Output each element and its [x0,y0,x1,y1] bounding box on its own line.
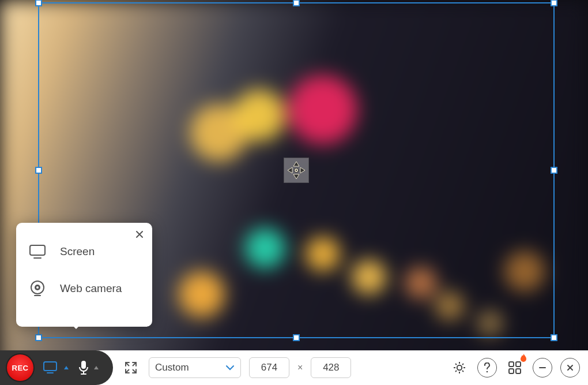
svg-marker-1 [293,174,299,179]
resize-handle-bottom[interactable] [293,334,300,341]
width-input[interactable]: 674 [249,357,289,378]
size-preset-value: Custom [155,362,220,373]
height-value: 428 [323,362,339,373]
minus-icon [538,364,546,372]
width-value: 674 [261,362,277,373]
source-option-webcam[interactable]: Web camera [27,270,142,307]
source-option-label: Screen [60,245,95,258]
move-handle[interactable] [284,158,309,183]
settings-button[interactable] [450,358,469,377]
source-option-label: Web camera [60,282,122,295]
flame-badge-icon [519,353,528,364]
toolbar-secondary: Custom 674 × 428 [113,357,588,378]
svg-marker-13 [94,366,99,369]
svg-rect-10 [44,362,56,371]
svg-rect-18 [509,369,514,373]
gear-icon [452,360,467,375]
resize-handle-top-right[interactable] [551,0,557,6]
microphone-icon [77,360,90,376]
svg-marker-3 [300,167,305,173]
dimension-separator: × [297,362,303,373]
monitor-icon [27,244,48,259]
question-icon [483,362,491,373]
svg-rect-6 [30,245,45,255]
chevron-down-icon [225,364,235,371]
move-icon [287,160,306,180]
source-popup: Screen Web camera [16,223,152,327]
help-button[interactable] [477,358,497,377]
minimize-button[interactable] [533,358,552,377]
resize-handle-top[interactable] [293,0,300,6]
size-preset-select[interactable]: Custom [149,357,241,378]
record-label: REC [12,364,29,372]
resize-handle-bottom-left[interactable] [35,334,42,341]
svg-point-9 [36,286,39,289]
svg-point-15 [487,371,488,373]
svg-marker-0 [293,162,299,166]
resize-handle-left[interactable] [35,167,42,174]
close-button[interactable] [560,358,580,377]
webcam-icon [27,280,48,297]
chevron-up-icon [63,365,69,370]
toolbar: REC [0,350,588,385]
svg-rect-19 [516,369,521,373]
resize-handle-right[interactable] [551,167,557,174]
fullscreen-button[interactable] [121,358,141,377]
chevron-up-icon [93,365,99,370]
apps-button[interactable] [505,358,525,377]
source-option-screen[interactable]: Screen [27,233,142,270]
resize-handle-bottom-right[interactable] [551,334,557,341]
video-source-button[interactable] [43,361,69,375]
monitor-icon [43,361,60,375]
fullscreen-icon [124,361,138,375]
svg-rect-16 [509,362,514,367]
close-icon [135,230,144,239]
svg-point-5 [296,170,297,171]
audio-source-button[interactable] [77,360,99,376]
popup-close-button[interactable] [135,230,144,239]
record-button[interactable]: REC [6,353,35,382]
svg-rect-12 [81,361,86,369]
svg-point-14 [457,365,462,370]
svg-marker-2 [288,167,292,173]
toolbar-primary: REC [0,350,113,385]
close-icon [566,364,574,372]
height-input[interactable]: 428 [311,357,351,378]
resize-handle-top-left[interactable] [35,0,42,6]
svg-marker-11 [64,366,69,369]
